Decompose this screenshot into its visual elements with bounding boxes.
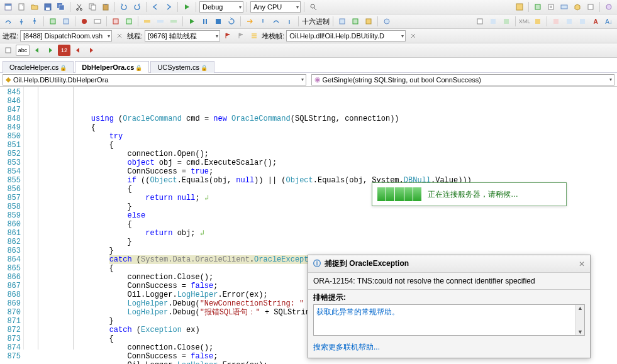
prev-err-icon[interactable] xyxy=(72,45,84,56)
flag-red-icon[interactable] xyxy=(222,30,233,41)
close-icon[interactable]: ✕ xyxy=(579,260,585,268)
hint-link[interactable]: 获取此异常的常规帮助。 xyxy=(316,307,399,316)
show-next-icon[interactable] xyxy=(244,16,255,27)
exception-message: ORA-12154: TNS:could not resolve the con… xyxy=(308,273,590,290)
dbg-icon-b[interactable] xyxy=(60,16,72,27)
start-icon[interactable] xyxy=(181,1,192,13)
process-label: 进程: xyxy=(3,31,18,41)
start-page-icon[interactable] xyxy=(585,1,596,13)
restart-icon[interactable] xyxy=(226,16,237,27)
flag-gray-icon[interactable] xyxy=(235,30,247,41)
nav-fwd-icon[interactable] xyxy=(163,1,174,13)
error-count-badge[interactable]: 12 xyxy=(58,45,70,56)
lock-icon: 🔒 xyxy=(135,65,142,71)
tab-oraclehelper[interactable]: OracleHelper.cs🔒 xyxy=(3,61,74,73)
ext-icon[interactable] xyxy=(603,1,614,13)
r2-d-icon[interactable] xyxy=(532,16,543,27)
step-over-icon[interactable] xyxy=(3,16,14,27)
dbg-x-icon[interactable] xyxy=(110,16,121,27)
dbg-tool-1[interactable] xyxy=(336,16,348,27)
svg-rect-33 xyxy=(216,19,221,24)
breakpoints-icon[interactable] xyxy=(79,16,90,27)
dbg-z2-icon[interactable] xyxy=(155,16,166,27)
dbg-tool-4[interactable] xyxy=(381,16,392,27)
process-dropdown[interactable]: [8488] DispatchRoom.vsh xyxy=(20,30,112,41)
copy-icon[interactable] xyxy=(87,1,98,13)
toolbar-row-4: abc 12 xyxy=(0,43,617,58)
dbg-window-icon[interactable] xyxy=(92,16,103,27)
step-into-icon[interactable] xyxy=(16,16,27,27)
paste-icon[interactable] xyxy=(100,1,111,13)
platform-dropdown[interactable]: Any CPU xyxy=(250,1,301,13)
r2-c-icon[interactable] xyxy=(501,16,512,27)
continue-icon[interactable] xyxy=(186,16,197,27)
bm-icon[interactable] xyxy=(3,45,14,56)
tab-dbhelperora[interactable]: DbHelperOra.cs🔒 xyxy=(75,61,149,73)
step-out2-icon[interactable] xyxy=(284,16,295,27)
r2-a-icon[interactable] xyxy=(474,16,486,27)
new-project-icon[interactable] xyxy=(3,1,14,13)
svg-rect-29 xyxy=(157,20,164,23)
r2-i-icon[interactable]: A↓ xyxy=(603,16,614,27)
toolbar-row-2: 十六进制 XML A A↓ xyxy=(0,14,617,29)
svg-rect-34 xyxy=(340,19,345,24)
find-icon[interactable] xyxy=(308,1,319,13)
save-all-icon[interactable] xyxy=(55,1,67,13)
type-selector[interactable]: ◆Oil.Help.DBUtility.DbHelperOra xyxy=(3,74,306,85)
undo-icon[interactable] xyxy=(118,1,130,13)
step-over2-icon[interactable] xyxy=(270,16,282,27)
svg-rect-42 xyxy=(553,19,559,24)
stack-btn-icon[interactable] xyxy=(408,30,419,41)
stack-dropdown[interactable]: Oil.Help.dll!Oil.Help.DBUtility.D xyxy=(286,30,406,41)
next-err-icon[interactable] xyxy=(86,45,97,56)
properties-icon[interactable] xyxy=(545,1,557,13)
open-icon[interactable] xyxy=(29,1,40,13)
dbg-y-icon[interactable] xyxy=(123,16,135,27)
dbg-icon-a[interactable] xyxy=(47,16,58,27)
cut-icon[interactable] xyxy=(74,1,85,13)
save-icon[interactable] xyxy=(42,1,53,13)
r2-e-icon[interactable] xyxy=(550,16,562,27)
step-out-icon[interactable] xyxy=(29,16,40,27)
svg-rect-28 xyxy=(144,20,150,23)
next-bm-icon[interactable] xyxy=(45,45,56,56)
stack-label: 堆栈帧: xyxy=(262,31,284,41)
thread-dropdown[interactable]: [9676] 辅助线程 xyxy=(145,30,220,41)
dbg-z1-icon[interactable] xyxy=(142,16,153,27)
r2-f-icon[interactable] xyxy=(564,16,575,27)
prev-bm-icon[interactable] xyxy=(31,45,43,56)
stop-icon[interactable] xyxy=(213,16,224,27)
svg-rect-10 xyxy=(91,5,96,10)
stack-icon[interactable] xyxy=(248,30,260,41)
dbg-z3-icon[interactable] xyxy=(168,16,179,27)
object-browser-icon[interactable] xyxy=(559,1,570,13)
r2-g-icon[interactable] xyxy=(577,16,588,27)
hex-label[interactable]: 十六进制 xyxy=(302,17,330,26)
abc-icon[interactable]: abc xyxy=(16,45,30,56)
svg-rect-2 xyxy=(19,4,24,10)
dbg-tool-3[interactable] xyxy=(363,16,374,27)
exception-title: 捕捉到 OracleException xyxy=(325,258,409,269)
nav-back-icon[interactable] xyxy=(150,1,161,13)
svg-point-19 xyxy=(606,4,611,9)
xml-icon[interactable]: XML xyxy=(519,16,530,27)
hint-box: 获取此异常的常规帮助。 ▲▼ xyxy=(313,304,585,336)
step-into2-icon[interactable] xyxy=(257,16,269,27)
proc-btn-icon[interactable] xyxy=(114,30,125,41)
redo-icon[interactable] xyxy=(131,1,143,13)
member-nav: ◆Oil.Help.DBUtility.DbHelperOra ◉GetSing… xyxy=(0,73,617,87)
tab-ucsystem[interactable]: UCSystem.cs🔒 xyxy=(150,61,214,73)
new-file-icon[interactable] xyxy=(16,1,27,13)
r2-b-icon[interactable] xyxy=(487,16,499,27)
config-dropdown[interactable]: Debug xyxy=(199,1,243,13)
member-selector[interactable]: ◉GetSingle(string SQLString, out bool Co… xyxy=(311,74,615,85)
r2-h-icon[interactable]: A xyxy=(590,16,601,27)
dbg-tool-2[interactable] xyxy=(350,16,361,27)
class-view-icon[interactable] xyxy=(532,1,543,13)
exception-assistant: ⓘ 捕捉到 OracleException ✕ ORA-12154: TNS:c… xyxy=(308,255,591,358)
scrollbar[interactable]: ▲▼ xyxy=(575,305,584,335)
toolbox-icon[interactable] xyxy=(572,1,583,13)
misc-icon-1[interactable] xyxy=(514,1,525,13)
search-help-link[interactable]: 搜索更多联机帮助... xyxy=(313,343,380,351)
pause-icon[interactable] xyxy=(199,16,211,27)
